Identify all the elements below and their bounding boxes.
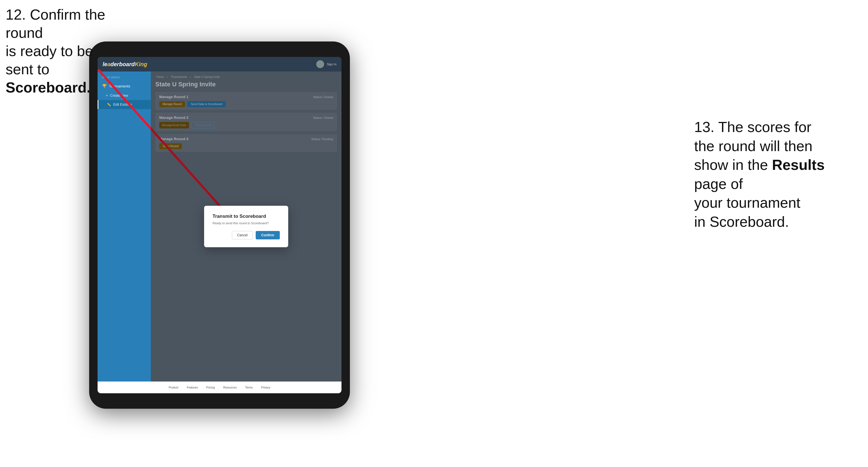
- main-layout: MAIN MENU 🏆 Tournaments + Create New ✏️ …: [98, 71, 341, 381]
- top-nav: leaderboardKing Sign In: [98, 57, 341, 71]
- annotation-right-line5: your tournament: [694, 194, 800, 211]
- tablet-frame: leaderboardKing Sign In MAIN MENU 🏆 Tour…: [89, 41, 350, 409]
- content-area: Home › Tournaments › State U Spring Invi…: [151, 71, 341, 381]
- annotation-right: 13. The scores for the round will then s…: [694, 118, 851, 231]
- modal-title: Transmit to Scoreboard: [213, 214, 280, 219]
- nav-right: Sign In: [316, 60, 336, 68]
- annotation-right-line6: in Scoreboard.: [694, 214, 789, 230]
- annotation-right-line3: show in the: [694, 157, 768, 173]
- annotation-line3: Scoreboard.: [6, 79, 91, 96]
- footer-resources[interactable]: Resources: [223, 386, 237, 389]
- sidebar-item-edit-existing[interactable]: ✏️ Edit Existing: [98, 100, 151, 109]
- footer-nav: Product Features Pricing Resources Terms…: [98, 381, 341, 393]
- annotation-right-results: Results: [772, 157, 825, 173]
- modal-box: Transmit to Scoreboard Ready to send thi…: [204, 206, 288, 247]
- avatar: [316, 60, 324, 68]
- footer-features[interactable]: Features: [187, 386, 198, 389]
- modal-overlay: Transmit to Scoreboard Ready to send thi…: [151, 71, 341, 381]
- annotation-line1: 12. Confirm the round: [6, 6, 105, 41]
- footer-terms[interactable]: Terms: [245, 386, 253, 389]
- sign-in-button[interactable]: Sign In: [327, 63, 336, 66]
- modal-buttons: Cancel Confirm: [213, 231, 280, 239]
- annotation-line2: is ready to be sent to: [6, 43, 93, 77]
- edit-icon: ✏️: [107, 102, 111, 106]
- sidebar: MAIN MENU 🏆 Tournaments + Create New ✏️ …: [98, 71, 151, 381]
- sidebar-edit-existing-label: Edit Existing: [113, 102, 132, 106]
- modal-confirm-button[interactable]: Confirm: [256, 231, 280, 239]
- footer-pricing[interactable]: Pricing: [206, 386, 215, 389]
- tablet-screen: leaderboardKing Sign In MAIN MENU 🏆 Tour…: [98, 57, 341, 393]
- annotation-right-line4: page of: [694, 176, 743, 192]
- modal-subtitle: Ready to send this round to Scoreboard?: [213, 221, 280, 225]
- annotation-right-line1: 13. The scores for: [694, 119, 811, 135]
- footer-product[interactable]: Product: [169, 386, 178, 389]
- modal-cancel-button[interactable]: Cancel: [232, 231, 253, 239]
- annotation-top-left: 12. Confirm the round is ready to be sen…: [6, 6, 123, 97]
- footer-privacy[interactable]: Privacy: [261, 386, 270, 389]
- annotation-right-line2: the round will then: [694, 138, 812, 154]
